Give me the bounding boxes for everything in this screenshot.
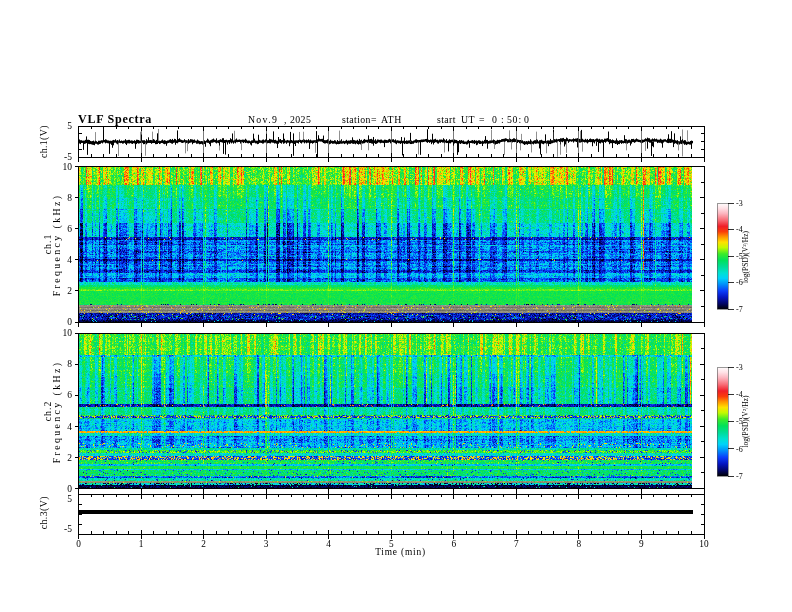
svg-text:8: 8 bbox=[67, 359, 72, 369]
svg-text:,: , bbox=[284, 114, 286, 125]
svg-text:4: 4 bbox=[326, 539, 331, 549]
svg-text:station=: station= bbox=[342, 114, 377, 125]
svg-text:2025: 2025 bbox=[290, 114, 311, 125]
svg-text:Time (min): Time (min) bbox=[375, 547, 426, 558]
svg-text:start: start bbox=[437, 114, 456, 125]
svg-text:8: 8 bbox=[577, 539, 582, 549]
svg-text:2: 2 bbox=[201, 539, 206, 549]
svg-text:7: 7 bbox=[514, 539, 519, 549]
svg-text:0: 0 bbox=[492, 114, 497, 125]
svg-text:VLF Spectra: VLF Spectra bbox=[78, 112, 152, 126]
svg-text:50: 50 bbox=[507, 114, 518, 125]
svg-text:6: 6 bbox=[67, 390, 72, 400]
svg-text:-5: -5 bbox=[64, 524, 72, 534]
svg-text:5: 5 bbox=[67, 494, 72, 504]
svg-text:-7: -7 bbox=[736, 472, 743, 481]
svg-text:9: 9 bbox=[639, 539, 644, 549]
svg-text:Frequency (kHz): Frequency (kHz) bbox=[51, 361, 63, 464]
svg-text:0: 0 bbox=[67, 484, 72, 494]
svg-text:1: 1 bbox=[139, 539, 144, 549]
svg-text:=: = bbox=[479, 114, 485, 125]
svg-text:-3: -3 bbox=[736, 363, 743, 372]
svg-text:3: 3 bbox=[264, 539, 269, 549]
svg-text:0: 0 bbox=[67, 317, 72, 327]
svg-text:5: 5 bbox=[67, 121, 72, 131]
svg-text:ch.1(V): ch.1(V) bbox=[39, 125, 51, 158]
svg-text:-5: -5 bbox=[64, 152, 72, 162]
svg-text:10: 10 bbox=[63, 328, 73, 338]
svg-text:6: 6 bbox=[67, 224, 72, 234]
svg-text:2: 2 bbox=[67, 286, 72, 296]
svg-text:6: 6 bbox=[451, 539, 456, 549]
svg-text:Nov.9: Nov.9 bbox=[248, 114, 278, 125]
svg-text:ch.3(V): ch.3(V) bbox=[38, 496, 50, 529]
svg-text:ATH: ATH bbox=[381, 114, 402, 125]
svg-text:log(PSD)(V2/Hz): log(PSD)(V2/Hz) bbox=[741, 230, 750, 283]
svg-text:4: 4 bbox=[67, 422, 72, 432]
svg-text:8: 8 bbox=[67, 193, 72, 203]
svg-text:2: 2 bbox=[67, 453, 72, 463]
svg-text:0: 0 bbox=[76, 539, 81, 549]
svg-text:10: 10 bbox=[63, 162, 73, 172]
svg-text:Frequency (kHz): Frequency (kHz) bbox=[51, 194, 63, 297]
svg-text:4: 4 bbox=[67, 255, 72, 265]
svg-text:-3: -3 bbox=[736, 199, 743, 208]
svg-text::: : bbox=[501, 114, 504, 125]
svg-text:log(PSD)(V2/Hz): log(PSD)(V2/Hz) bbox=[741, 395, 750, 448]
svg-text:0: 0 bbox=[524, 114, 529, 125]
svg-text:10: 10 bbox=[699, 539, 709, 549]
svg-text:-7: -7 bbox=[736, 305, 743, 314]
svg-text::: : bbox=[519, 114, 522, 125]
svg-text:UT: UT bbox=[461, 114, 475, 125]
